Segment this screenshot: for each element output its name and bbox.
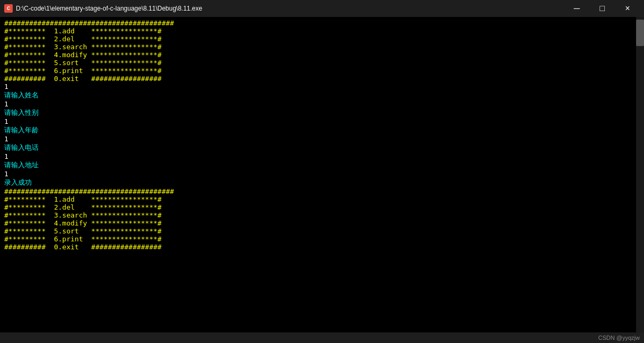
menu2-search: #********* 3.search ****************# [4, 211, 161, 219]
menu1-exit: ########## 0.exit ################# [4, 75, 161, 83]
terminal-output: ########################################… [4, 19, 625, 251]
maximize-button[interactable]: □ [590, 0, 614, 17]
menu2-top-border: ########################################… [4, 187, 174, 195]
menu2-sort: #********* 5.sort ****************# [4, 227, 161, 235]
input5: 1 [4, 152, 8, 160]
input4: 1 [4, 135, 8, 143]
status-text: CSDN @yyqzjw [598, 335, 640, 341]
window-title: D:\C-code\1\elementary-stage-of-c-langua… [16, 5, 565, 12]
menu1-top-border: ########################################… [4, 19, 174, 27]
app-icon: C [4, 4, 13, 13]
menu2-print: #********* 6.print ****************# [4, 235, 161, 243]
prompt4: 请输入电话 [4, 143, 39, 151]
input3: 1 [4, 118, 8, 125]
menu1-sort: #********* 5.sort ****************# [4, 59, 161, 67]
content-wrapper: ########################################… [0, 17, 644, 332]
status-bar: CSDN @yyqzjw [0, 332, 644, 343]
prompt3: 请输入年龄 [4, 126, 39, 134]
menu1-modify: #********* 4.modify ****************# [4, 51, 161, 59]
prompt5: 请输入地址 [4, 161, 39, 169]
menu1-add: #********* 1.add ****************# [4, 27, 161, 35]
success-message: 录入成功 [4, 178, 32, 186]
menu2-add: #********* 1.add ****************# [4, 195, 161, 203]
input2: 1 [4, 100, 8, 108]
window-controls: ─ □ × [565, 0, 640, 17]
title-bar: C D:\C-code\1\elementary-stage-of-c-lang… [0, 0, 644, 17]
scrollbar-thumb[interactable] [636, 20, 644, 46]
input1: 1 [4, 83, 8, 91]
prompt1: 请输入姓名 [4, 91, 39, 99]
menu2-modify: #********* 4.modify ****************# [4, 219, 161, 227]
menu2-exit: ########## 0.exit ################# [4, 243, 161, 251]
prompt2: 请输入性别 [4, 109, 39, 116]
menu2-del: #********* 2.del ****************# [4, 203, 161, 211]
minimize-button[interactable]: ─ [565, 0, 589, 17]
menu1-print: #********* 6.print ****************# [4, 67, 161, 75]
close-button[interactable]: × [615, 0, 640, 17]
input6: 1 [4, 170, 8, 178]
main-window: C D:\C-code\1\elementary-stage-of-c-lang… [0, 0, 644, 343]
terminal[interactable]: ########################################… [0, 17, 636, 332]
menu1-del: #********* 2.del ****************# [4, 35, 161, 43]
menu1-search: #********* 3.search ****************# [4, 43, 161, 51]
scrollbar[interactable] [636, 17, 644, 332]
